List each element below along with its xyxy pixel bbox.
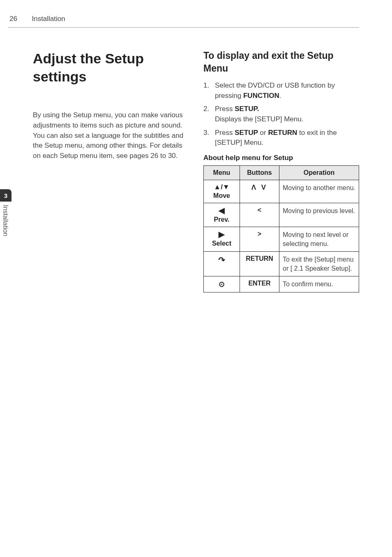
menu-label: Select: [212, 240, 231, 247]
menu-label: Move: [213, 192, 230, 200]
table-header-row: Menu Buttons Operation: [204, 165, 359, 180]
help-menu-table: Menu Buttons Operation ▲/▼ Move Λ V: [203, 165, 359, 292]
left-triangle-icon: ◀: [219, 207, 225, 214]
step-bold: FUNCTION: [243, 92, 279, 100]
table-row: ▲/▼ Move Λ V Moving to another menu.: [204, 180, 359, 203]
greater-than-icon: >: [258, 230, 261, 237]
menu-cell: ↶: [204, 252, 240, 276]
table-row: ◀ Prev. < Moving to previous level.: [204, 203, 359, 227]
step-item: Press SETUP or RETURN to exit in the [SE…: [203, 128, 359, 148]
table-caption: About help menu for Setup: [203, 154, 359, 162]
buttons-cell: <: [240, 203, 279, 227]
page-header: 26 Installation: [8, 15, 359, 28]
sub-heading: To display and exit the Setup Menu: [203, 49, 359, 75]
menu-label: Prev.: [214, 216, 230, 223]
step-text: .: [279, 92, 281, 100]
table-row: ⊙ ENTER To confirm menu.: [204, 276, 359, 292]
buttons-cell: Λ V: [240, 180, 279, 203]
content-area: Adjust the Setup settings By using the S…: [33, 49, 359, 292]
intro-paragraph: By using the Setup menu, you can make va…: [33, 110, 189, 161]
header-section-title: Installation: [32, 15, 65, 23]
step-text: or: [258, 129, 268, 137]
page-number: 26: [9, 15, 30, 23]
step-bold: RETURN: [268, 129, 297, 137]
chapter-number: 3: [0, 189, 12, 202]
operation-cell: To exit the [Setup] menu or [ 2.1 Speake…: [279, 252, 359, 276]
table-header: Operation: [279, 165, 359, 180]
return-arrow-icon: ↶: [218, 255, 225, 265]
right-column: To display and exit the Setup Menu Selec…: [203, 49, 359, 292]
chapter-label: Installation: [0, 202, 9, 237]
table-header: Menu: [204, 165, 240, 180]
side-chapter-tab: 3 Installation: [0, 189, 12, 263]
right-triangle-icon: ▶: [219, 230, 225, 238]
table-row: ↶ RETURN To exit the [Setup] menu or [ 2…: [204, 252, 359, 276]
steps-list: Select the DVD/CD or USB function by pre…: [203, 81, 359, 148]
enter-dot-icon: ⊙: [219, 280, 225, 288]
main-heading: Adjust the Setup settings: [33, 49, 189, 86]
step-text: Displays the [SETUP] Menu.: [215, 115, 303, 123]
buttons-cell: ENTER: [240, 276, 279, 292]
operation-cell: Moving to next level or selecting menu.: [279, 227, 359, 251]
less-than-icon: <: [258, 207, 261, 214]
menu-cell: ▶ Select: [204, 227, 240, 251]
page: 26 Installation 3 Installation Adjust th…: [0, 0, 392, 557]
up-down-triangle-icon: ▲/▼: [214, 183, 229, 190]
menu-cell: ◀ Prev.: [204, 203, 240, 227]
step-text: Press: [215, 105, 235, 113]
left-column: Adjust the Setup settings By using the S…: [33, 49, 189, 292]
buttons-cell: RETURN: [240, 252, 279, 276]
operation-cell: Moving to another menu.: [279, 180, 359, 203]
step-text: Press: [215, 129, 235, 137]
table-row: ▶ Select > Moving to next level or selec…: [204, 227, 359, 251]
menu-cell: ⊙: [204, 276, 240, 292]
buttons-cell: >: [240, 227, 279, 251]
step-bold: SETUP: [235, 129, 258, 137]
chevron-up-down-icon: Λ V: [251, 183, 267, 191]
step-item: Select the DVD/CD or USB function by pre…: [203, 81, 359, 101]
step-item: Press SETUP. Displays the [SETUP] Menu.: [203, 104, 359, 124]
operation-cell: To confirm menu.: [279, 276, 359, 292]
operation-cell: Moving to previous level.: [279, 203, 359, 227]
table-header: Buttons: [240, 165, 279, 180]
menu-cell: ▲/▼ Move: [204, 180, 240, 203]
step-bold: SETUP.: [235, 105, 259, 113]
